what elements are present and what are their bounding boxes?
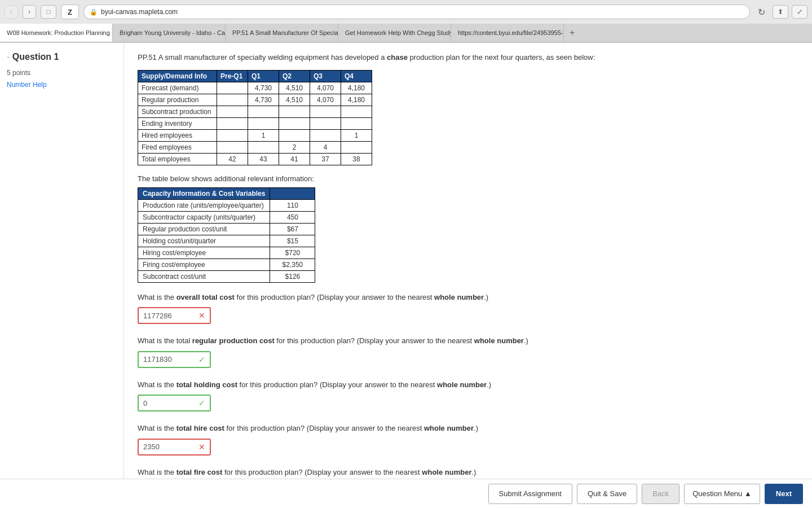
tab-chegg[interactable]: Get Homework Help With Chegg Study | Che… <box>338 24 451 42</box>
question-text: What is the total regular production cos… <box>138 335 798 347</box>
table-cell <box>217 129 248 141</box>
table-cell: 4,180 <box>341 82 372 94</box>
reload-button[interactable]: ↻ <box>754 5 768 19</box>
back-button-nav[interactable]: Back <box>642 484 679 504</box>
browser-toolbar: ‹ › □ Z 🔒 byui-canvas.mapleta.com ↻ ⬆ ⤢ <box>0 0 812 24</box>
answer-input-0[interactable] <box>138 307 194 324</box>
table-cell: $15 <box>270 235 315 247</box>
browser-actions: ⬆ ⤢ <box>773 5 807 19</box>
table-row: Regular production cost/unit$67 <box>138 223 315 235</box>
question-block: What is the total holding cost for this … <box>138 379 798 412</box>
tab-byui-canvas[interactable]: Brigham Young University - Idaho - Canva… <box>113 24 226 42</box>
address-bar: 🔒 byui-canvas.mapleta.com <box>83 5 750 19</box>
col-header-q2: Q2 <box>279 70 310 82</box>
table-cell: 37 <box>310 153 341 165</box>
table-row: Firing cost/employee$2,350 <box>138 259 315 270</box>
table-cell: Regular production <box>138 94 217 106</box>
add-tab-button[interactable]: + <box>564 24 580 42</box>
capacity-col-header-value <box>270 187 315 199</box>
answer-row: ✕ <box>138 307 798 324</box>
table-cell <box>248 141 279 153</box>
table-cell <box>217 106 248 117</box>
browser-chrome: ‹ › □ Z 🔒 byui-canvas.mapleta.com ↻ ⬆ ⤢ … <box>0 0 812 43</box>
question-block: What is the total hire cost for this pro… <box>138 423 798 456</box>
answer-input-3[interactable] <box>138 439 194 456</box>
table-cell: 4,180 <box>341 94 372 106</box>
problem-intro: PP.51 A small manufacturer of specialty … <box>138 52 798 63</box>
question-text: What is the overall total cost for this … <box>138 292 798 303</box>
table-row: Regular production4,7304,5104,0704,180 <box>138 94 372 106</box>
table-cell: 42 <box>217 153 248 165</box>
table-cell: 4 <box>310 141 341 153</box>
table-cell <box>341 106 372 117</box>
table-cell <box>217 94 248 106</box>
answer-input-1[interactable] <box>138 351 194 368</box>
table-cell: Subcontractor capacity (units/quarter) <box>138 211 270 223</box>
table-cell <box>248 117 279 129</box>
answer-input-2[interactable] <box>138 395 194 411</box>
question-text: What is the total fire cost for this pro… <box>138 467 798 478</box>
answer-row: ✓ <box>138 395 798 411</box>
table-cell: Firing cost/employee <box>138 259 270 270</box>
share-button[interactable]: ⬆ <box>773 5 788 19</box>
table-cell: 38 <box>341 153 372 165</box>
table-row: Total employees4243413738 <box>138 153 372 165</box>
col-header-q4: Q4 <box>341 70 372 82</box>
number-help-link[interactable]: Number Help <box>7 81 47 89</box>
question-title: - Question 1 <box>7 52 117 62</box>
question-block: What is the total regular production cos… <box>138 335 798 368</box>
table-cell: 4,070 <box>310 82 341 94</box>
quit-save-button[interactable]: Quit & Save <box>577 484 637 504</box>
tab-pp51[interactable]: PP.51 A Small Manufacturer Of Specialty … <box>226 24 338 42</box>
bottom-bar: Submit Assignment Quit & Save Back Quest… <box>0 479 812 508</box>
fullscreen-button[interactable]: ⤢ <box>792 5 807 19</box>
capacity-table: Capacity Information & Cost Variables Pr… <box>138 187 315 283</box>
table-cell: 4,070 <box>310 94 341 106</box>
question-menu-button[interactable]: Question Menu ▲ <box>684 484 760 504</box>
table-cell: 2 <box>279 141 310 153</box>
table-cell <box>310 106 341 117</box>
success-icon: ✓ <box>194 351 211 368</box>
table-cell: Total employees <box>138 153 217 165</box>
table-cell <box>310 129 341 141</box>
table-cell: 1 <box>248 129 279 141</box>
table-row: Holding cost/unit/quarter$15 <box>138 235 315 247</box>
tab-w08-homework[interactable]: W08 Homework: Production Planning <box>0 24 113 42</box>
table-row: Production rate (units/employee/quarter)… <box>138 199 315 211</box>
table-cell: 41 <box>279 153 310 165</box>
error-icon: ✕ <box>194 307 211 324</box>
table-cell <box>341 141 372 153</box>
table-cell: Fired employees <box>138 141 217 153</box>
question-text: What is the total holding cost for this … <box>138 379 798 391</box>
table-cell: Regular production cost/unit <box>138 223 270 235</box>
col-header-q1: Q1 <box>248 70 279 82</box>
capacity-section-label: The table below shows additional relevan… <box>138 174 798 183</box>
table-row: Subcontractor capacity (units/quarter)45… <box>138 211 315 223</box>
table-cell: Production rate (units/employee/quarter) <box>138 199 270 211</box>
table-row: Subcontract production <box>138 106 372 117</box>
error-icon: ✕ <box>194 439 211 456</box>
tab-byui-file[interactable]: https://content.byui.edu/file/24953955-f… <box>451 24 564 42</box>
zoom-box: Z <box>61 5 79 19</box>
forward-button[interactable]: › <box>23 5 36 19</box>
window-button[interactable]: □ <box>41 5 56 19</box>
table-cell <box>279 117 310 129</box>
next-button[interactable]: Next <box>765 484 803 504</box>
table-row: Hiring cost/employee$720 <box>138 247 315 259</box>
lock-icon: 🔒 <box>90 8 98 16</box>
submit-assignment-button[interactable]: Submit Assignment <box>488 484 572 504</box>
table-cell: $2,350 <box>270 259 315 270</box>
back-button[interactable]: ‹ <box>5 5 18 19</box>
sidebar: - Question 1 5 points Number Help <box>0 43 124 508</box>
problem-text-before: PP.51 A small manufacturer of specialty … <box>138 53 387 62</box>
table-row: Fired employees24 <box>138 141 372 153</box>
table-cell: 4,730 <box>248 94 279 106</box>
url-text: byui-canvas.mapleta.com <box>101 8 178 16</box>
questions-container: What is the overall total cost for this … <box>138 292 798 500</box>
question-block: What is the overall total cost for this … <box>138 292 798 325</box>
table-cell: $67 <box>270 223 315 235</box>
col-header-preq1: Pre-Q1 <box>217 70 248 82</box>
answer-row: ✕ <box>138 439 798 456</box>
table-cell: 4,510 <box>279 82 310 94</box>
tabs-bar: W08 Homework: Production Planning Brigha… <box>0 24 812 42</box>
